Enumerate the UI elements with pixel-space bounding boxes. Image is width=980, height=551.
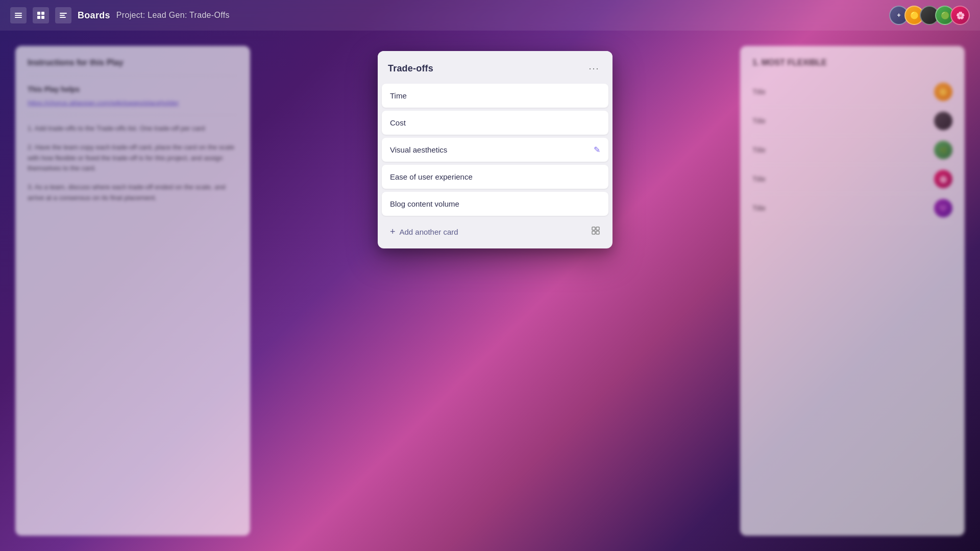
right-panel-title: 1. MOST FLEXIBLE — [752, 58, 952, 67]
card-blog-label: Blog content volume — [390, 199, 459, 208]
right-item-3-label: Title — [752, 146, 766, 154]
panel-title: Trade-offs — [388, 63, 433, 74]
card-ease-of-ux[interactable]: Ease of user experience ✎ — [382, 165, 608, 189]
right-item-2: Title — [752, 107, 952, 136]
card-visual-label: Visual aesthetics — [390, 145, 447, 154]
tradeoffs-panel: Trade-offs ··· Time ✎ Cost ✎ Visual aest… — [378, 51, 612, 248]
project-title: Project: Lead Gen: Trade-Offs — [116, 11, 230, 20]
add-another-card-button[interactable]: + Add another card — [382, 219, 608, 244]
card-visual-aesthetics[interactable]: Visual aesthetics ✎ — [382, 138, 608, 162]
svg-rect-10 — [592, 227, 595, 230]
right-item-2-label: Title — [752, 117, 766, 125]
card-time[interactable]: Time ✎ — [382, 84, 608, 108]
svg-rect-9 — [60, 17, 66, 18]
right-avatar-3: 🌿 — [934, 141, 952, 159]
svg-rect-7 — [60, 13, 67, 14]
right-panel: 1. MOST FLEXIBLE Title 🟡 Title Title 🌿 T… — [740, 46, 965, 536]
app-title: Boards — [78, 10, 110, 21]
svg-rect-12 — [592, 231, 595, 234]
list-icon[interactable] — [55, 7, 71, 23]
left-link: https://chorus.atlassian.com/wiki/pages/… — [28, 99, 238, 107]
content-area: Instructions for this Play This Play hel… — [0, 31, 980, 551]
card-cost[interactable]: Cost ✎ — [382, 111, 608, 135]
right-item-1: Title 🟡 — [752, 78, 952, 107]
svg-rect-5 — [37, 16, 40, 19]
menu-icon[interactable] — [10, 7, 27, 23]
right-avatar-4: 🌸 — [934, 170, 952, 188]
template-icon[interactable] — [591, 226, 600, 237]
card-blog-content[interactable]: Blog content volume ✎ — [382, 192, 608, 216]
right-item-1-label: Title — [752, 88, 766, 96]
card-cost-label: Cost — [390, 118, 406, 127]
panel-menu-button[interactable]: ··· — [586, 60, 602, 77]
add-plus-icon: + — [390, 227, 396, 237]
right-avatar-1: 🟡 — [934, 83, 952, 101]
center-area: Trade-offs ··· Time ✎ Cost ✎ Visual aest… — [260, 46, 730, 536]
panel-header: Trade-offs ··· — [378, 51, 612, 84]
svg-rect-0 — [15, 13, 22, 14]
left-instructions-panel: Instructions for this Play This Play hel… — [15, 46, 250, 536]
svg-rect-8 — [60, 15, 65, 16]
right-item-5-label: Title — [752, 204, 766, 212]
edit-icon-visual: ✎ — [594, 145, 600, 155]
right-avatar-5: 💜 — [934, 199, 952, 217]
svg-rect-3 — [37, 12, 40, 15]
right-item-4: Title 🌸 — [752, 165, 952, 194]
card-time-label: Time — [390, 91, 407, 100]
right-item-3: Title 🌿 — [752, 136, 952, 165]
left-instruction-3: 3. As a team, discuss where each trade-o… — [28, 182, 238, 204]
avatar-5[interactable]: 🌸 — [950, 6, 970, 25]
right-item-4-label: Title — [752, 175, 766, 183]
svg-rect-13 — [596, 231, 599, 234]
left-separator-2 — [28, 115, 238, 115]
left-instruction-2: 2. Have the team copy each trade-off car… — [28, 142, 238, 174]
cards-list: Time ✎ Cost ✎ Visual aesthetics ✎ Ease o… — [378, 84, 612, 248]
left-separator-1 — [28, 76, 238, 76]
right-item-5: Title 💜 — [752, 194, 952, 223]
svg-rect-1 — [15, 15, 22, 16]
svg-rect-6 — [41, 16, 44, 19]
add-card-left: + Add another card — [390, 227, 458, 237]
svg-rect-2 — [15, 17, 22, 18]
right-avatar-2 — [934, 112, 952, 130]
add-card-label: Add another card — [400, 228, 458, 236]
svg-rect-11 — [596, 227, 599, 230]
top-bar: Boards Project: Lead Gen: Trade-Offs + 🟡… — [0, 0, 980, 31]
svg-rect-4 — [41, 12, 44, 15]
card-ease-label: Ease of user experience — [390, 172, 473, 181]
left-panel-title: Instructions for this Play — [28, 58, 238, 67]
left-instruction-1: 1. Add trade-offs to the Trade-offs list… — [28, 123, 238, 134]
grid-icon[interactable] — [33, 7, 49, 23]
left-play-label: This Play helps — [28, 84, 238, 95]
